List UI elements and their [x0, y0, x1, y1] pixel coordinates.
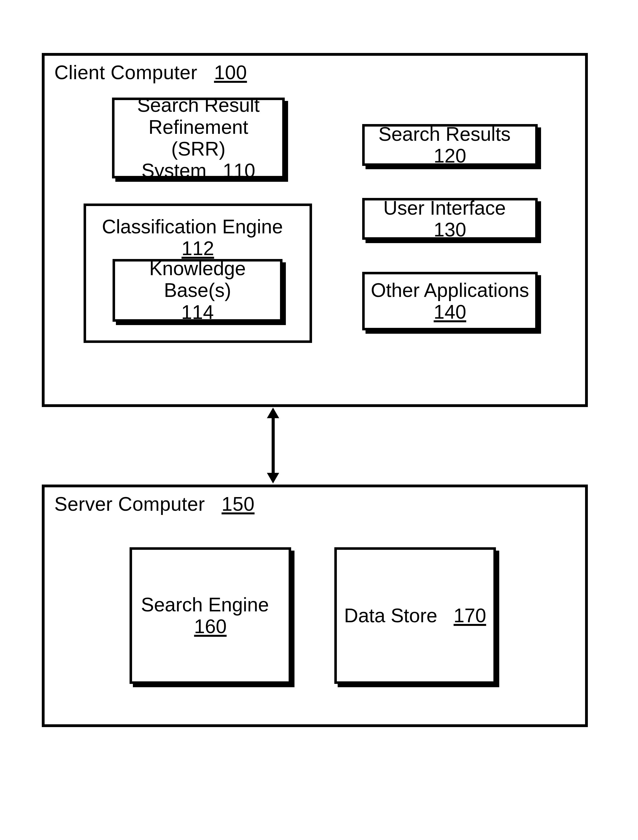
data-store-box: Data Store 170 [334, 547, 496, 684]
arrow-head-down-icon [267, 473, 279, 483]
data-store-ref: 170 [453, 605, 486, 626]
srr-line3-ref: 110 [223, 160, 255, 182]
search-results-ref: 120 [434, 145, 466, 167]
data-store-text: Data Store [344, 605, 437, 626]
classification-engine-box: Classification Engine 112 Knowledge Base… [84, 204, 312, 343]
knowledge-base-box: Knowledge Base(s) 114 [112, 259, 283, 322]
classification-label: Classification Engine 112 [92, 216, 304, 259]
kb-ref: 114 [182, 301, 214, 323]
client-computer-label: Client Computer 100 [54, 61, 247, 84]
client-computer-box: Client Computer 100 Search Result Refine… [42, 53, 588, 407]
search-results-text: Search Results [378, 123, 511, 145]
user-interface-box: User Interface 130 [362, 198, 538, 240]
other-apps-text: Other Applications [371, 279, 529, 301]
search-engine-text: Search Engine [141, 594, 269, 615]
search-results-box: Search Results 120 [362, 124, 538, 166]
client-title-ref: 100 [214, 62, 247, 83]
server-computer-box: Server Computer 150 Search Engine 160 Da… [42, 484, 588, 727]
user-interface-label: User Interface 130 [370, 197, 530, 241]
search-results-label: Search Results 120 [370, 123, 530, 167]
classification-ref: 112 [182, 237, 214, 259]
arrow-head-up-icon [267, 408, 279, 418]
srr-system-box: Search Result Refinement (SRR) System 11… [112, 98, 285, 179]
srr-line3-text: System [142, 160, 207, 182]
arrow-shaft [272, 418, 275, 473]
srr-line3: System 110 [142, 160, 256, 182]
srr-line2: Refinement (SRR) [120, 116, 276, 160]
search-engine-label: Search Engine 160 [137, 594, 283, 638]
kb-text: Knowledge Base(s) [121, 258, 275, 301]
classification-text: Classification Engine [102, 216, 283, 237]
server-computer-label: Server Computer 150 [54, 493, 255, 515]
user-interface-text: User Interface [383, 197, 506, 219]
other-applications-box: Other Applications 140 [362, 272, 538, 331]
search-engine-box: Search Engine 160 [129, 547, 291, 684]
other-apps-ref: 140 [434, 301, 466, 323]
server-title-ref: 150 [221, 493, 254, 515]
srr-line1: Search Result [137, 94, 260, 116]
server-title-text: Server Computer [54, 493, 205, 515]
user-interface-ref: 130 [434, 219, 466, 240]
data-store-label: Data Store 170 [344, 605, 486, 626]
search-engine-ref: 160 [194, 615, 227, 638]
client-title-text: Client Computer [54, 62, 197, 83]
